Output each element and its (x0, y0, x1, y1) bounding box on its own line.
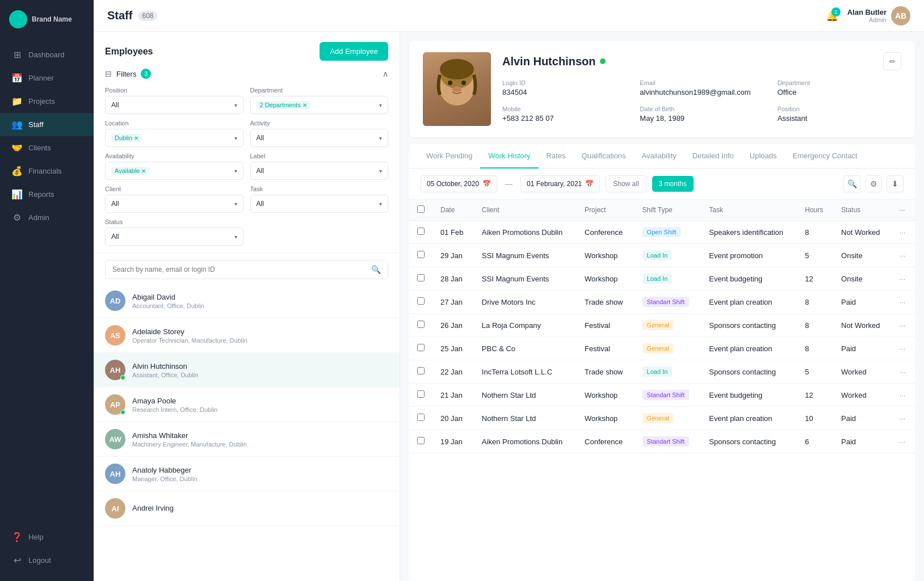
row-more[interactable]: ··· (892, 290, 915, 314)
list-item[interactable]: AW Amisha Whitaker Machinery Engineer, M… (94, 422, 400, 457)
select-all-checkbox[interactable] (417, 205, 425, 213)
user-info[interactable]: Alan Butler Admin AB (847, 6, 910, 26)
work-history-toolbar: 05 October, 2020 📅 — 01 February, 2021 📅… (409, 169, 915, 200)
position-select[interactable]: All ▾ (105, 96, 243, 114)
row-client: Nothern Star Ltd (474, 384, 577, 407)
dob-value: May 18, 1989 (640, 114, 763, 123)
sidebar-item-planner[interactable]: 📅Planner (0, 66, 94, 90)
label-select[interactable]: All ▾ (250, 162, 389, 180)
row-checkbox[interactable] (417, 297, 425, 305)
row-checkbox[interactable] (417, 437, 425, 444)
sidebar-item-reports[interactable]: 📊Reports (0, 183, 94, 206)
list-item[interactable]: AS Adelaide Storey Operator Technician, … (94, 318, 400, 353)
row-checkbox[interactable] (417, 367, 425, 374)
dob-label: Date of Birth (640, 106, 763, 112)
activity-label: Activity (250, 120, 389, 127)
filters-header[interactable]: ⊟ Filters 3 ∧ (105, 69, 388, 79)
row-project: Trade show (577, 360, 635, 384)
row-more[interactable]: ··· (892, 407, 915, 430)
sidebar-item-clients[interactable]: 🤝Clients (0, 136, 94, 159)
tab-emergency-contact[interactable]: Emergency Contact (784, 144, 865, 169)
sidebar-item-staff[interactable]: 👥Staff (0, 113, 94, 136)
tab-uploads[interactable]: Uploads (742, 144, 785, 169)
row-more[interactable]: ··· (892, 337, 915, 360)
sidebar-item-admin[interactable]: ⚙Admin (0, 206, 94, 229)
row-more[interactable]: ··· (892, 430, 915, 453)
mobile-label: Mobile (502, 106, 626, 112)
availability-arrow-icon: ▾ (234, 168, 237, 174)
status-label: Status (105, 218, 243, 225)
label-value: All (257, 167, 264, 175)
list-item[interactable]: AP Amaya Poole Research Intern, Office, … (94, 388, 400, 422)
location-tag: Dublin ✕ (111, 134, 142, 142)
add-employee-button[interactable]: Add Employee (320, 42, 388, 61)
detail-panel: Alvin Hutchinson ✏ Login ID 834504 Email… (400, 32, 924, 581)
row-more[interactable]: ··· (892, 360, 915, 384)
availability-select[interactable]: Available ✕ ▾ (105, 162, 243, 180)
row-task: Sponsors contacting (701, 360, 797, 384)
sidebar-item-help[interactable]: ❓Help (0, 525, 94, 549)
sidebar-item-financials[interactable]: 💰Financials (0, 159, 94, 183)
tab-work-history[interactable]: Work History (480, 144, 538, 169)
period-button[interactable]: 3 months (652, 176, 694, 192)
tab-availability[interactable]: Availability (634, 144, 684, 169)
col-project: Project (577, 200, 635, 221)
table-row: 28 Jan SSI Magnum Events Workshop Load I… (409, 267, 915, 290)
row-client: La Roja Company (474, 314, 577, 337)
row-checkbox[interactable] (417, 414, 425, 421)
availability-tag: Available ✕ (111, 167, 149, 175)
show-all-button[interactable]: Show all (606, 175, 646, 192)
tab-work-pending[interactable]: Work Pending (418, 144, 480, 169)
list-item[interactable]: AH Anatoly Habbeger Manager, Office, Dub… (94, 457, 400, 491)
row-more[interactable]: ··· (892, 314, 915, 337)
department-item: Department Office (778, 79, 901, 96)
location-select[interactable]: Dublin ✕ ▾ (105, 129, 243, 147)
availability-tag-close[interactable]: ✕ (141, 168, 146, 174)
task-value: All (257, 200, 264, 208)
sidebar-item-projects[interactable]: 📁Projects (0, 90, 94, 113)
tab-rates[interactable]: Rates (539, 144, 574, 169)
search-records-button[interactable]: 🔍 (843, 175, 860, 192)
row-checkbox[interactable] (417, 274, 425, 281)
client-select[interactable]: All ▾ (105, 195, 243, 213)
status-select[interactable]: All ▾ (105, 228, 243, 246)
row-more[interactable]: ··· (892, 267, 915, 290)
row-date: 25 Jan (432, 337, 474, 360)
list-item[interactable]: AI Andrei Irving (94, 491, 400, 526)
row-checkbox[interactable] (417, 251, 425, 258)
settings-button[interactable]: ⚙ (865, 175, 882, 192)
row-more[interactable]: ··· (892, 221, 915, 244)
location-tag-close[interactable]: ✕ (134, 135, 138, 141)
download-button[interactable]: ⬇ (887, 175, 904, 192)
row-more[interactable]: ··· (892, 244, 915, 267)
row-more[interactable]: ··· (892, 384, 915, 407)
reports-nav-icon: 📊 (11, 189, 23, 200)
sidebar-item-dashboard[interactable]: ⊞Dashboard (0, 43, 94, 66)
edit-employee-button[interactable]: ✏ (883, 52, 901, 70)
status-arrow-icon: ▾ (234, 234, 237, 240)
row-checkbox[interactable] (417, 228, 425, 235)
task-select[interactable]: All ▾ (250, 195, 389, 213)
department-tag-close[interactable]: ✕ (303, 102, 307, 108)
list-item[interactable]: AH Alvin Hutchinson Assistant, Office, D… (94, 353, 400, 388)
row-task: Event plan creation (701, 337, 797, 360)
tab-detailed-info[interactable]: Detailed Info (684, 144, 742, 169)
row-date: 27 Jan (432, 290, 474, 314)
row-checkbox[interactable] (417, 344, 425, 351)
date-from-input[interactable]: 05 October, 2020 📅 (421, 175, 497, 192)
list-item[interactable]: AD Abigail David Accountant, Office, Dub… (94, 284, 400, 318)
notification-button[interactable]: 🔔 2 (826, 10, 838, 22)
toolbar-right: 🔍 ⚙ ⬇ (843, 175, 904, 192)
row-task: Event plan creation (701, 407, 797, 430)
tab-qualifications[interactable]: Qualifications (574, 144, 634, 169)
row-hours: 8 (797, 337, 833, 360)
location-label: Location (105, 120, 243, 127)
date-to-input[interactable]: 01 February, 2021 📅 (520, 175, 600, 192)
sidebar-item-logout[interactable]: ↩Logout (0, 549, 94, 572)
row-checkbox[interactable] (417, 321, 425, 328)
position-item: Position Assistant (778, 106, 901, 123)
row-checkbox[interactable] (417, 390, 425, 398)
search-input[interactable] (112, 266, 367, 273)
activity-select[interactable]: All ▾ (250, 129, 389, 147)
department-select[interactable]: 2 Departments ✕ ▾ (250, 96, 389, 114)
